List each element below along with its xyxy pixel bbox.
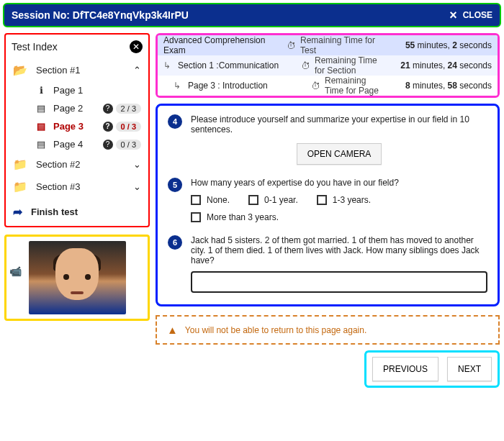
chevron-down-icon: ⌄ — [133, 181, 141, 192]
page-3-label: Page 3 — [53, 121, 84, 132]
question-6: 6 Jack had 5 sisters. 2 of them got marr… — [168, 235, 487, 293]
question-number-badge: 6 — [168, 235, 182, 250]
section-2-row[interactable]: 📁 Section #2 ⌄ — [12, 153, 143, 176]
page-3-counter: 0 / 3 — [116, 122, 141, 132]
clock-icon: ⏱ — [301, 60, 310, 71]
close-icon: × — [449, 9, 457, 22]
section-1-label: Section #1 — [36, 65, 80, 76]
question-6-answer-input[interactable] — [191, 271, 487, 293]
indent-arrow-icon: ↳ — [163, 81, 184, 91]
session-id: DfTC4e8YnqVkp3k4IrPU — [73, 9, 189, 21]
timer-test-row: Advanced Comprehension Exam ⏱Remaining T… — [158, 35, 498, 55]
folder-icon: 📁 — [13, 180, 27, 194]
page-2-counter: 2 / 3 — [116, 104, 141, 114]
question-4-text: Please introduce yourself and summarize … — [191, 114, 487, 135]
clock-icon: ⏱ — [287, 40, 296, 51]
document-icon: ▤ — [36, 139, 46, 150]
page-title: Page 3 : Introduction — [188, 81, 307, 91]
timer-page-row: ↳ Page 3 : Introduction ⏱Remaining Time … — [158, 76, 498, 96]
timer-page-label: Remaining Time for Page — [325, 76, 387, 96]
info-icon: ℹ — [36, 85, 46, 96]
open-camera-button[interactable]: OPEN CAMERA — [297, 143, 382, 165]
close-session-button[interactable]: × CLOSE — [449, 9, 492, 22]
checkbox-icon[interactable] — [248, 195, 258, 205]
question-5: 5 How many years of expertise do you hav… — [168, 178, 487, 222]
chevron-up-icon: ⌃ — [133, 65, 141, 76]
page-3-row[interactable]: ▤ Page 3 ? 0 / 3 — [12, 117, 143, 135]
timer-panel: Advanced Comprehension Exam ⏱Remaining T… — [156, 33, 500, 98]
camera-preview-panel: 📹 — [4, 235, 150, 321]
timer-test-label: Remaining Time for Test — [300, 35, 387, 55]
page-1-label: Page 1 — [53, 85, 83, 96]
test-index-title: Test Index — [12, 41, 58, 53]
test-index-close-icon[interactable]: ✕ — [130, 40, 143, 53]
checkbox-icon[interactable] — [191, 195, 201, 205]
next-button[interactable]: NEXT — [447, 357, 492, 381]
question-number-badge: 5 — [168, 178, 182, 192]
finish-test-button[interactable]: ➦ Finish test — [12, 198, 143, 220]
right-column: Advanced Comprehension Exam ⏱Remaining T… — [156, 33, 500, 437]
recording-icon: 📹 — [9, 265, 22, 277]
page-4-label: Page 4 — [53, 139, 83, 150]
option-more-than-3-years[interactable]: More than 3 years. — [191, 212, 487, 222]
test-index-header: Test Index ✕ — [12, 40, 143, 53]
previous-button[interactable]: PREVIOUS — [372, 357, 438, 381]
timer-page-value: 8 minutes, 58 seconds — [391, 81, 492, 91]
document-icon: ▤ — [36, 121, 46, 132]
warning-icon: ▲ — [167, 324, 178, 336]
close-label: CLOSE — [463, 10, 492, 20]
help-icon: ? — [103, 122, 113, 132]
folder-icon: 📁 — [13, 158, 27, 171]
section-3-row[interactable]: 📁 Section #3 ⌄ — [12, 176, 143, 198]
section-1-row[interactable]: 📂 Section #1 ⌃ — [12, 59, 143, 81]
session-number: Session No: DfTC4e8YnqVkp3k4IrPU — [12, 9, 189, 21]
no-return-warning: ▲ You will not be able to return to this… — [156, 315, 500, 345]
option-none[interactable]: None. — [191, 195, 230, 205]
indent-arrow-icon: ↳ — [163, 60, 174, 71]
question-4: 4 Please introduce yourself and summariz… — [168, 114, 487, 165]
page-2-label: Page 2 — [53, 103, 83, 114]
timer-section-value: 21 minutes, 24 seconds — [391, 60, 492, 71]
timer-test-value: 55 minutes, 2 seconds — [391, 40, 492, 50]
session-bar: Session No: DfTC4e8YnqVkp3k4IrPU × CLOSE — [3, 3, 501, 27]
document-icon: ▤ — [36, 103, 46, 114]
page-4-row[interactable]: ▤ Page 4 ? 0 / 3 — [12, 135, 143, 153]
main-layout: Test Index ✕ 📂 Section #1 ⌃ ℹ Page 1 ▤ P… — [0, 30, 504, 441]
question-number-badge: 4 — [168, 114, 182, 129]
checkbox-icon[interactable] — [191, 212, 201, 222]
warning-text: You will not be able to return to this p… — [185, 325, 366, 335]
question-5-options: None. 0-1 year. 1-3 years. More than 3 y… — [191, 195, 487, 222]
folder-open-icon: 📂 — [13, 63, 27, 77]
finish-test-label: Finish test — [31, 206, 78, 217]
page-2-row[interactable]: ▤ Page 2 ? 2 / 3 — [12, 99, 143, 117]
test-index-panel: Test Index ✕ 📂 Section #1 ⌃ ℹ Page 1 ▤ P… — [4, 33, 150, 227]
section-title: Section 1 :Communication — [178, 60, 297, 71]
section-3-label: Section #3 — [36, 181, 80, 192]
question-6-text: Jack had 5 sisters. 2 of them got marrie… — [191, 235, 487, 265]
exit-icon: ➦ — [13, 205, 22, 219]
session-prefix: Session No: — [12, 9, 73, 21]
clock-icon: ⏱ — [311, 81, 320, 91]
option-0-1-year[interactable]: 0-1 year. — [248, 195, 298, 205]
left-column: Test Index ✕ 📂 Section #1 ⌃ ℹ Page 1 ▤ P… — [4, 33, 150, 437]
timer-section-label: Remaining Time for Section — [315, 55, 387, 76]
questions-panel: 4 Please introduce yourself and summariz… — [156, 104, 500, 306]
section-2-label: Section #2 — [36, 159, 80, 170]
option-1-3-years[interactable]: 1-3 years. — [317, 195, 371, 205]
camera-preview-image — [29, 241, 126, 314]
timer-section-row: ↳ Section 1 :Communication ⏱Remaining Ti… — [158, 55, 498, 76]
question-5-text: How many years of expertise do you have … — [191, 178, 487, 188]
exam-title: Advanced Comprehension Exam — [163, 35, 282, 55]
checkbox-icon[interactable] — [317, 195, 327, 205]
page-1-row[interactable]: ℹ Page 1 — [12, 81, 143, 99]
page-4-counter: 0 / 3 — [116, 140, 141, 150]
help-icon: ? — [103, 140, 113, 150]
chevron-down-icon: ⌄ — [133, 159, 141, 170]
help-icon: ? — [103, 104, 113, 114]
nav-buttons-panel: PREVIOUS NEXT — [364, 350, 500, 388]
